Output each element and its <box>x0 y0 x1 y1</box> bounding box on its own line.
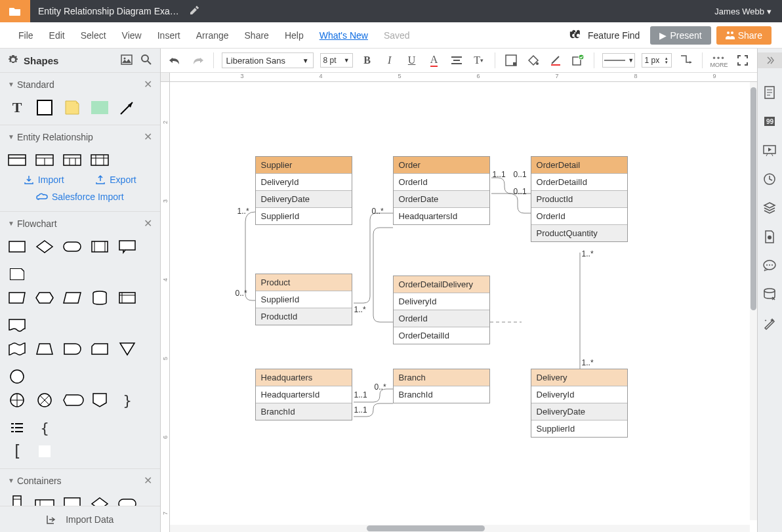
fc-tape[interactable] <box>8 340 26 358</box>
section-containers[interactable]: ▼ Containers ✕ <box>8 474 152 487</box>
entity-supplier[interactable]: Supplier DeliveryId DeliveryDate Supplie… <box>255 156 352 225</box>
fc-card[interactable] <box>91 340 109 358</box>
menu-file[interactable]: File <box>10 30 41 41</box>
italic-button[interactable]: I <box>382 52 398 68</box>
fc-or[interactable] <box>35 391 54 409</box>
entity-order[interactable]: Order OrderId OrderDate HeadquartersId <box>393 156 490 225</box>
feature-find-label[interactable]: Feature Find <box>588 30 640 41</box>
fc-offpage[interactable] <box>91 391 109 409</box>
salesforce-import-link[interactable]: Salesforce Import <box>8 190 152 206</box>
page-icon[interactable] <box>762 230 777 244</box>
font-select[interactable]: Liberation Sans▼ <box>222 52 314 68</box>
fc-delay[interactable] <box>63 340 81 358</box>
fc-terminator[interactable] <box>63 237 81 256</box>
fc-doc[interactable] <box>8 316 26 335</box>
close-icon[interactable]: ✕ <box>144 217 152 230</box>
shape-note[interactable] <box>63 98 81 117</box>
fc-merge[interactable] <box>118 340 136 358</box>
fc-brace-r[interactable]: } <box>118 391 136 409</box>
rename-icon[interactable] <box>190 6 199 17</box>
line-routing-button[interactable] <box>678 52 694 68</box>
comments-icon[interactable]: 99 <box>762 114 777 129</box>
er-shape-1[interactable] <box>8 151 26 169</box>
close-icon[interactable]: ✕ <box>144 474 152 487</box>
line-width-select[interactable]: 1 px▲▼ <box>642 53 672 68</box>
history-icon[interactable] <box>762 172 777 186</box>
fc-db[interactable] <box>91 289 109 307</box>
layers-icon[interactable] <box>762 201 777 215</box>
font-size-select[interactable]: 8 pt▼ <box>320 53 353 68</box>
menu-arrange[interactable]: Arrange <box>188 30 237 41</box>
import-link[interactable]: Import <box>24 174 64 185</box>
fc-manual[interactable] <box>8 289 26 307</box>
gear-icon[interactable] <box>8 54 18 67</box>
image-icon[interactable] <box>121 54 133 68</box>
cont-4[interactable] <box>91 495 109 506</box>
line-style-select[interactable]: ▼ <box>602 53 635 68</box>
section-flowchart[interactable]: ▼ Flowchart ✕ <box>8 217 152 230</box>
align-button[interactable] <box>449 52 464 68</box>
fc-brace-l[interactable]: { <box>35 419 54 437</box>
menu-select[interactable]: Select <box>73 30 114 41</box>
search-icon[interactable] <box>140 54 152 68</box>
data-icon[interactable] <box>762 287 777 302</box>
fc-list[interactable] <box>8 419 26 437</box>
shape-arrow[interactable] <box>118 98 136 117</box>
entity-order-detail-delivery[interactable]: OrderDetailDelivery DeliveryId OrderId O… <box>393 276 490 344</box>
menu-insert[interactable]: Insert <box>150 30 188 41</box>
fc-intstore[interactable] <box>118 289 136 307</box>
export-link[interactable]: Export <box>95 174 136 185</box>
canvas[interactable]: 3456789 234567 <box>161 73 757 532</box>
present-button[interactable]: ▶ Present <box>650 26 710 45</box>
cont-1[interactable] <box>8 495 26 506</box>
notes-icon[interactable] <box>762 85 777 100</box>
redo-button[interactable] <box>190 52 205 68</box>
fc-callout[interactable] <box>118 237 136 256</box>
fc-hex[interactable] <box>35 289 54 307</box>
close-icon[interactable]: ✕ <box>144 131 152 143</box>
entity-delivery[interactable]: Delivery DeliveryId DeliveryDate Supplie… <box>531 369 628 438</box>
bold-button[interactable]: B <box>360 52 375 68</box>
underline-button[interactable]: U <box>404 52 420 68</box>
text-options-button[interactable]: T▾ <box>471 52 487 68</box>
fc-note[interactable] <box>8 265 26 283</box>
shape-options-button[interactable] <box>570 52 586 68</box>
canvas-paper[interactable]: Supplier DeliveryId DeliveryDate Supplie… <box>170 82 757 532</box>
shape-rect[interactable] <box>35 98 54 117</box>
scrollbar-vertical[interactable] <box>750 82 757 520</box>
er-shape-4[interactable] <box>91 151 109 169</box>
section-standard[interactable]: ▼ Standard ✕ <box>8 78 152 91</box>
fc-blank[interactable] <box>35 442 54 460</box>
text-color-button[interactable]: A <box>426 52 442 68</box>
close-icon[interactable]: ✕ <box>144 78 152 91</box>
cont-3[interactable] <box>63 495 81 506</box>
menu-whats-new[interactable]: What's New <box>312 30 376 41</box>
fill-button[interactable] <box>525 52 541 68</box>
er-shape-2[interactable] <box>35 151 54 169</box>
fc-display[interactable] <box>63 391 81 409</box>
folder-icon[interactable] <box>0 0 30 22</box>
fc-rect[interactable] <box>8 237 26 256</box>
import-data-button[interactable]: Import Data <box>0 506 160 532</box>
collapse-right-panel[interactable] <box>758 52 782 68</box>
fc-trap[interactable] <box>35 340 54 358</box>
menu-share[interactable]: Share <box>237 30 277 41</box>
fc-predef[interactable] <box>91 237 109 256</box>
entity-branch[interactable]: Branch BranchId <box>393 369 490 403</box>
fullscreen-button[interactable] <box>735 52 751 68</box>
binoculars-icon[interactable] <box>569 29 583 42</box>
shape-tool-button[interactable] <box>503 52 519 68</box>
cont-2[interactable] <box>35 495 54 506</box>
entity-product[interactable]: Product SupplierId ProductId <box>255 274 352 325</box>
fc-parallel[interactable] <box>63 289 81 307</box>
magic-icon[interactable] <box>762 316 777 331</box>
fc-conn[interactable] <box>8 367 26 386</box>
er-shape-3[interactable] <box>63 151 81 169</box>
chat-icon[interactable] <box>762 258 777 273</box>
share-button[interactable]: Share <box>716 26 772 45</box>
entity-orderdetail[interactable]: OrderDetail OrderDetailId ProductId Orde… <box>531 156 628 242</box>
more-button[interactable]: ••• MORE <box>710 53 728 68</box>
shape-block[interactable] <box>91 98 109 117</box>
section-er[interactable]: ▼ Entity Relationship ✕ <box>8 131 152 143</box>
document-title[interactable]: Entity Relationship Diagram Exa… <box>30 6 187 16</box>
